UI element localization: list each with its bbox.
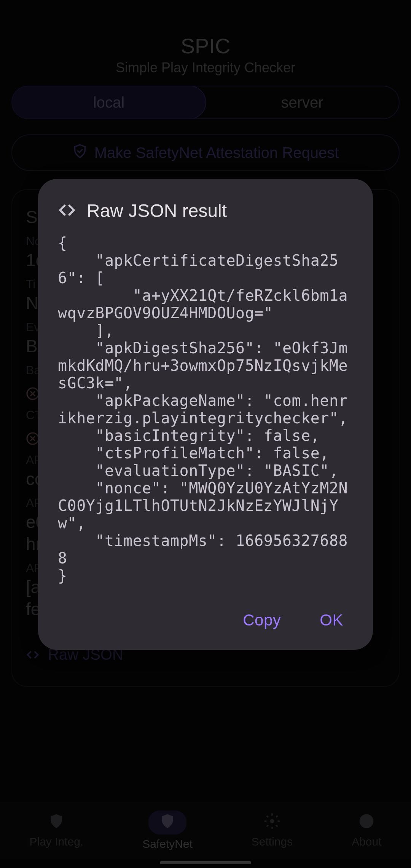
copy-button[interactable]: Copy bbox=[237, 607, 287, 633]
code-icon bbox=[58, 201, 76, 221]
ok-button[interactable]: OK bbox=[314, 607, 349, 633]
json-content: { "apkCertificateDigestSha256": [ "a+yXX… bbox=[58, 234, 353, 584]
dialog-title: Raw JSON result bbox=[87, 200, 227, 221]
raw-json-dialog: Raw JSON result { "apkCertificateDigestS… bbox=[38, 179, 373, 650]
